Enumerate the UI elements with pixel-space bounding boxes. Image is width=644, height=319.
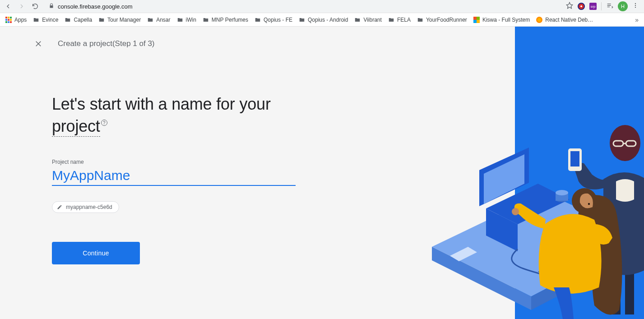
bookmark-label: Tour Manager: [107, 17, 141, 23]
folder-icon: [388, 17, 394, 23]
folder-icon: [203, 17, 209, 23]
pencil-icon: [57, 204, 62, 210]
browser-toolbar: console.firebase.google.com srp H: [0, 0, 644, 13]
bookmark-label: Qopius - Android: [308, 17, 348, 23]
page-headline: Let's start with a name for your project…: [52, 93, 298, 137]
chrome-menu-icon[interactable]: [632, 2, 639, 10]
project-id-text: myappname-c5e6d: [66, 204, 112, 210]
profile-avatar[interactable]: H: [618, 1, 628, 11]
bookmark-label: Ansar: [156, 17, 170, 23]
continue-button[interactable]: Continue: [52, 242, 140, 264]
folder-icon: [177, 17, 183, 23]
bookmark-folder[interactable]: YourFoodRunner: [417, 17, 467, 23]
address-bar[interactable]: console.firebase.google.com: [44, 3, 561, 10]
bookmark-label: React Native Deb…: [545, 17, 593, 23]
svg-point-25: [512, 208, 519, 215]
bookmark-folder[interactable]: Viibrant: [354, 17, 381, 23]
folder-icon: [65, 17, 71, 23]
bookmark-label: MNP Perfumes: [212, 17, 248, 23]
wizard-title: Create a project(Step 1 of 3): [58, 39, 155, 48]
bookmark-kiswa[interactable]: Kiswa - Full System: [473, 17, 530, 23]
illustration-panel: [515, 27, 644, 319]
lock-icon: [49, 3, 54, 10]
svg-point-2: [635, 7, 636, 8]
folder-icon: [299, 17, 305, 23]
apps-grid-icon: [5, 17, 12, 23]
svg-rect-20: [570, 151, 579, 166]
bookmark-overflow-icon[interactable]: »: [635, 16, 639, 23]
folder-icon: [98, 17, 105, 23]
extension-icon-1[interactable]: [578, 3, 585, 10]
url-text: console.firebase.google.com: [58, 3, 133, 10]
people-illustration: [409, 75, 644, 319]
project-id-chip[interactable]: myappname-c5e6d: [52, 201, 119, 213]
close-wizard-button[interactable]: [34, 40, 42, 48]
bookmark-folder[interactable]: FELA: [388, 17, 411, 23]
bookmark-label: Qopius - FE: [264, 17, 292, 23]
bookmark-label: Kiswa - Full System: [482, 17, 530, 23]
folder-icon: [33, 17, 39, 23]
headline-project-word: project: [52, 117, 100, 137]
bookmark-label: FELA: [397, 17, 411, 23]
microsoft-icon: [473, 17, 480, 23]
close-icon: [34, 40, 42, 48]
bookmark-react-native[interactable]: React Native Deb…: [536, 17, 593, 23]
bookmark-folder[interactable]: Evince: [33, 17, 58, 23]
media-control-icon[interactable]: [606, 2, 613, 11]
bookmark-label: Apps: [14, 17, 27, 23]
project-name-label: Project name: [52, 159, 298, 165]
bookmark-apps[interactable]: Apps: [5, 17, 27, 23]
bookmark-folder[interactable]: iWin: [177, 17, 196, 23]
bookmark-label: iWin: [186, 17, 196, 23]
bookmark-folder[interactable]: Tour Manager: [98, 17, 141, 23]
toolbar-divider: [601, 2, 602, 10]
forward-button[interactable]: [17, 2, 26, 11]
page-body: Create a project(Step 1 of 3) Let's star…: [0, 27, 644, 319]
extension-icon-2[interactable]: srp: [589, 3, 597, 10]
react-native-icon: [536, 17, 542, 23]
svg-point-1: [635, 5, 636, 6]
bookmark-folder[interactable]: Qopius - Android: [299, 17, 348, 23]
bookmark-folder[interactable]: Ansar: [147, 17, 170, 23]
bookmark-label: Viibrant: [363, 17, 381, 23]
folder-icon: [147, 17, 153, 23]
bookmark-folder[interactable]: Capella: [65, 17, 92, 23]
back-button[interactable]: [4, 2, 13, 11]
bookmarks-bar: Apps Evince Capella Tour Manager Ansar i…: [0, 13, 644, 27]
bookmark-folder[interactable]: MNP Perfumes: [203, 17, 248, 23]
svg-point-27: [588, 203, 590, 205]
folder-icon: [354, 17, 361, 23]
bookmark-folder[interactable]: Qopius - FE: [255, 17, 292, 23]
help-icon[interactable]: ?: [101, 120, 107, 126]
bookmark-label: Capella: [74, 17, 92, 23]
headline-prefix: Let's start with a name for your: [52, 95, 271, 113]
svg-point-15: [556, 190, 568, 195]
bookmark-label: Evince: [42, 17, 58, 23]
folder-icon: [255, 17, 261, 23]
svg-rect-17: [625, 269, 634, 314]
bookmark-star-icon[interactable]: [566, 2, 573, 11]
bookmark-label: YourFoodRunner: [426, 17, 467, 23]
reload-button[interactable]: [31, 2, 40, 11]
svg-point-0: [635, 3, 636, 4]
project-name-input[interactable]: [52, 165, 296, 186]
folder-icon: [417, 17, 423, 23]
